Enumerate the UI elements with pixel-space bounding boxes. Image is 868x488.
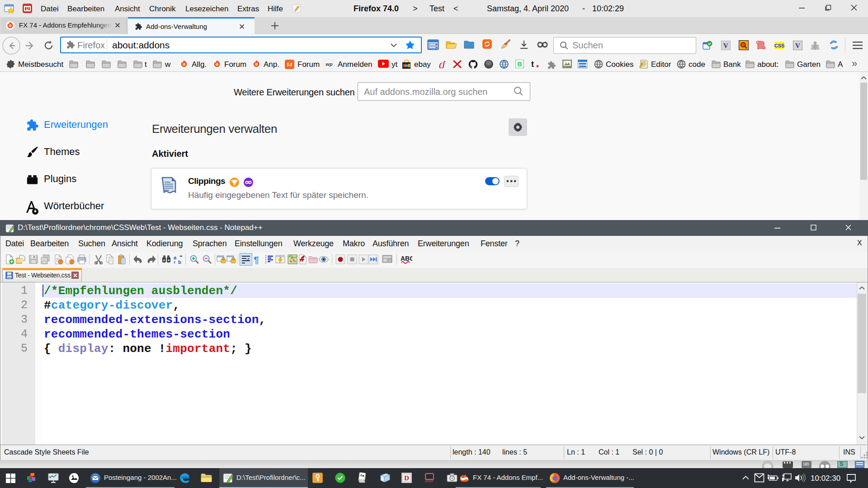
svg-text:f-f: f-f	[287, 62, 292, 67]
svg-text:V: V	[795, 42, 800, 49]
svg-text:D: D	[404, 474, 409, 482]
svg-text:a: a	[174, 255, 177, 260]
svg-text:ABC: ABC	[401, 255, 412, 262]
svg-text:V: V	[723, 42, 728, 49]
svg-text:¶: ¶	[254, 254, 259, 264]
svg-text:ʗʃ: ʗʃ	[439, 60, 446, 68]
svg-text:b: b	[178, 259, 181, 264]
svg-text:wp: wp	[326, 61, 333, 67]
svg-text:t: t	[531, 60, 534, 69]
svg-text:CSS: CSS	[774, 43, 784, 48]
svg-text:B: B	[517, 61, 522, 68]
